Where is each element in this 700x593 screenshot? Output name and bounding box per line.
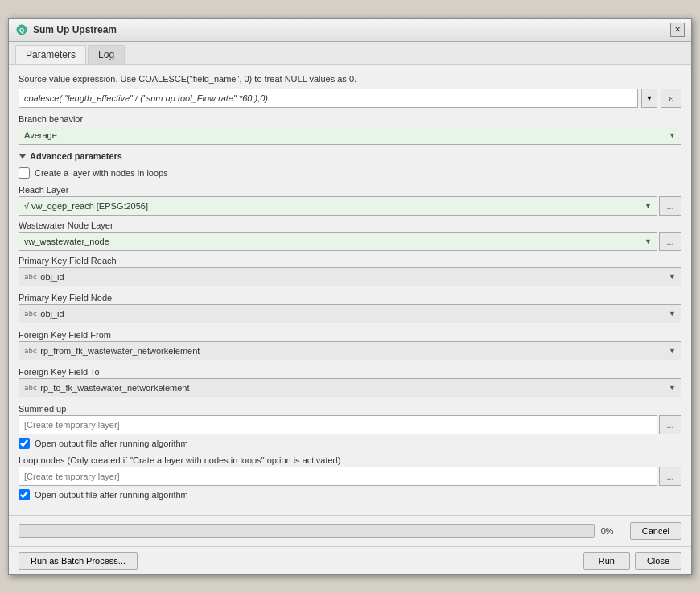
foreign-key-from-arrow: ▼ xyxy=(669,347,676,355)
primary-key-reach-dropdown[interactable]: abc obj_id ▼ xyxy=(19,267,681,286)
tab-bar: Parameters Log xyxy=(9,42,691,65)
parameters-content: Source value expression. Use COALESCE("f… xyxy=(9,65,691,515)
primary-key-node-prefix: abc xyxy=(24,310,37,318)
summed-up-browse-button[interactable]: ... xyxy=(659,415,681,434)
foreign-key-from-dropdown[interactable]: abc rp_from_fk_wastewater_networkelement… xyxy=(19,341,681,360)
foreign-key-to-prefix: abc xyxy=(24,384,37,392)
summed-up-row: ... xyxy=(19,415,681,434)
svg-text:Q: Q xyxy=(19,27,24,34)
reach-layer-browse-button[interactable]: ... xyxy=(659,196,681,216)
cancel-button[interactable]: Cancel xyxy=(630,522,681,540)
foreign-key-to-field: Foreign Key Field To abc rp_to_fk_wastew… xyxy=(19,367,681,397)
primary-key-reach-prefix: abc xyxy=(24,273,37,281)
expression-row: ▼ ε xyxy=(19,89,681,108)
progress-percent: 0% xyxy=(601,526,624,536)
expression-input[interactable] xyxy=(19,89,638,108)
run-button[interactable]: Run xyxy=(583,552,630,570)
branch-behavior-value: Average xyxy=(24,130,57,140)
source-expression-label: Source value expression. Use COALESCE("f… xyxy=(19,73,681,85)
primary-key-node-dropdown[interactable]: abc obj_id ▼ xyxy=(19,304,681,323)
primary-key-node-wrapper: abc obj_id ▼ xyxy=(19,304,681,323)
wastewater-node-layer-label: Wastewater Node Layer xyxy=(19,220,681,230)
summed-up-open-output-label: Open output file after running algorithm xyxy=(35,439,188,448)
foreign-key-to-dropdown[interactable]: abc rp_to_fk_wastewater_networkelement ▼ xyxy=(19,378,681,397)
reach-layer-wrapper: √ vw_qgep_reach [EPSG:2056] ▼ xyxy=(19,196,657,216)
wastewater-node-layer-browse-button[interactable]: ... xyxy=(659,232,681,251)
summed-up-input[interactable] xyxy=(19,415,657,434)
primary-key-reach-arrow: ▼ xyxy=(669,273,676,281)
wastewater-node-layer-value: vw_wastewater_node xyxy=(24,237,109,246)
summed-up-open-output-checkbox[interactable] xyxy=(19,438,30,449)
primary-key-node-field: Primary Key Field Node abc obj_id ▼ xyxy=(19,293,681,323)
primary-key-reach-label: Primary Key Field Reach xyxy=(19,256,681,266)
window-close-button[interactable]: ✕ xyxy=(670,23,685,37)
primary-key-reach-wrapper: abc obj_id ▼ xyxy=(19,267,681,286)
primary-key-node-arrow: ▼ xyxy=(669,310,676,318)
reach-layer-value: √ vw_qgep_reach [EPSG:2056] xyxy=(24,201,148,211)
right-buttons: Run Close xyxy=(583,552,681,570)
loop-nodes-open-output-label: Open output file after running algorithm xyxy=(35,490,188,500)
loop-nodes-label: Loop nodes (Only created if "Crate a lay… xyxy=(19,455,681,465)
create-layer-checkbox-row: Create a layer with nodes in loops xyxy=(19,167,681,179)
summed-up-open-output-row: Open output file after running algorithm xyxy=(19,438,681,449)
foreign-key-to-arrow: ▼ xyxy=(669,384,676,392)
primary-key-reach-field: Primary Key Field Reach abc obj_id ▼ xyxy=(19,256,681,286)
loop-nodes-open-output-checkbox[interactable] xyxy=(19,489,30,500)
reach-layer-field: Reach Layer √ vw_qgep_reach [EPSG:2056] … xyxy=(19,185,681,216)
primary-key-reach-value: obj_id xyxy=(40,272,64,282)
reach-layer-dropdown[interactable]: √ vw_qgep_reach [EPSG:2056] ▼ xyxy=(19,196,657,216)
foreign-key-from-wrapper: abc rp_from_fk_wastewater_networkelement… xyxy=(19,341,681,360)
close-dialog-button[interactable]: Close xyxy=(635,552,681,570)
foreign-key-to-value: rp_to_fk_wastewater_networkelement xyxy=(40,383,189,393)
expression-editor-button[interactable]: ε xyxy=(661,89,681,108)
summed-up-label: Summed up xyxy=(19,404,681,414)
loop-nodes-row: ... xyxy=(19,467,681,486)
loop-nodes-input[interactable] xyxy=(19,467,657,486)
branch-behavior-field: Branch behavior Average ▼ xyxy=(19,114,681,145)
foreign-key-to-label: Foreign Key Field To xyxy=(19,367,681,377)
summed-up-section: Summed up ... Open output file after run… xyxy=(19,404,681,449)
wastewater-node-layer-dropdown[interactable]: vw_wastewater_node ▼ xyxy=(19,232,657,251)
batch-process-button[interactable]: Run as Batch Process... xyxy=(19,552,138,570)
tab-log[interactable]: Log xyxy=(88,45,125,64)
expression-dropdown-arrow[interactable]: ▼ xyxy=(641,89,657,108)
advanced-label: Advanced parameters xyxy=(30,151,122,161)
primary-key-node-value: obj_id xyxy=(40,309,64,319)
title-bar: Q Sum Up Upstream ✕ xyxy=(9,19,691,42)
reach-layer-label: Reach Layer xyxy=(19,185,681,195)
app-icon: Q xyxy=(15,23,28,36)
create-layer-label: Create a layer with nodes in loops xyxy=(35,168,168,178)
loop-nodes-section: Loop nodes (Only created if "Crate a lay… xyxy=(19,455,681,500)
branch-behavior-wrapper: Average ▼ xyxy=(19,126,681,145)
wastewater-node-layer-arrow: ▼ xyxy=(644,237,652,245)
progress-bar xyxy=(19,524,595,538)
loop-nodes-browse-button[interactable]: ... xyxy=(659,467,681,486)
advanced-header: Advanced parameters xyxy=(19,151,681,161)
wastewater-node-layer-field: Wastewater Node Layer vw_wastewater_node… xyxy=(19,220,681,251)
create-layer-checkbox[interactable] xyxy=(19,167,30,179)
main-window: Q Sum Up Upstream ✕ Parameters Log Sourc… xyxy=(8,18,692,575)
branch-behavior-arrow: ▼ xyxy=(669,131,676,139)
reach-layer-row: √ vw_qgep_reach [EPSG:2056] ▼ ... xyxy=(19,196,681,216)
branch-behavior-dropdown[interactable]: Average ▼ xyxy=(19,126,681,145)
tab-parameters[interactable]: Parameters xyxy=(15,45,86,64)
primary-key-node-label: Primary Key Field Node xyxy=(19,293,681,303)
loop-nodes-open-output-row: Open output file after running algorithm xyxy=(19,489,681,500)
window-title: Sum Up Upstream xyxy=(33,24,117,35)
foreign-key-to-wrapper: abc rp_to_fk_wastewater_networkelement ▼ xyxy=(19,378,681,397)
bottom-bar: Run as Batch Process... Run Close xyxy=(9,546,691,574)
foreign-key-from-prefix: abc xyxy=(24,347,37,355)
wastewater-node-layer-row: vw_wastewater_node ▼ ... xyxy=(19,232,681,251)
foreign-key-from-field: Foreign Key Field From abc rp_from_fk_wa… xyxy=(19,330,681,360)
progress-bar-area: 0% Cancel xyxy=(9,515,691,546)
wastewater-node-layer-wrapper: vw_wastewater_node ▼ xyxy=(19,232,657,251)
advanced-triangle-icon xyxy=(19,154,27,159)
reach-layer-arrow: ▼ xyxy=(644,202,652,210)
foreign-key-from-value: rp_from_fk_wastewater_networkelement xyxy=(40,346,200,356)
foreign-key-from-label: Foreign Key Field From xyxy=(19,330,681,340)
branch-behavior-label: Branch behavior xyxy=(19,114,681,124)
